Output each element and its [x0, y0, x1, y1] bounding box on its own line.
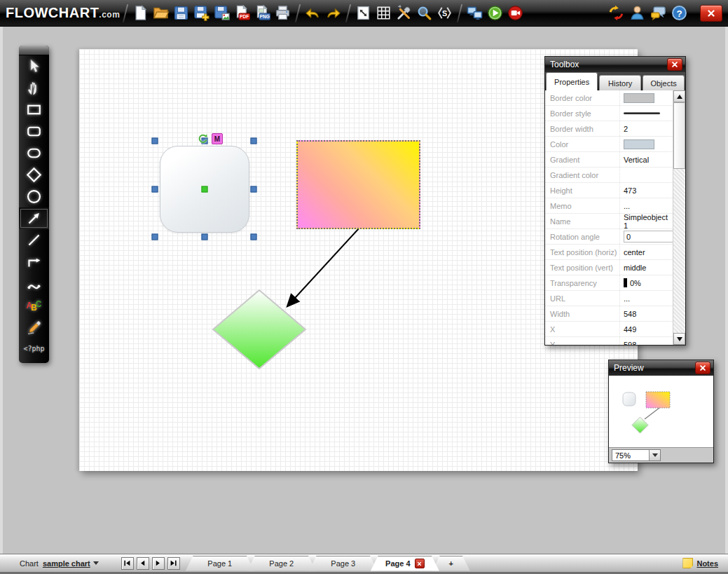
save-icon[interactable] — [172, 4, 191, 22]
property-row-url[interactable]: URL... — [545, 291, 673, 306]
border-style-sample[interactable] — [624, 112, 660, 114]
save-as-icon[interactable] — [192, 4, 211, 22]
property-row-border-color[interactable]: Border color — [545, 90, 673, 106]
diamond-shape[interactable] — [212, 289, 306, 369]
curve-connector-tool[interactable] — [19, 273, 49, 294]
share-monitors-icon[interactable] — [465, 4, 484, 22]
property-value[interactable]: Simpleobject 1 — [619, 214, 673, 228]
text-tool[interactable]: ABC — [19, 294, 49, 316]
play-demo-icon[interactable] — [486, 4, 504, 22]
notes-button[interactable]: Notes — [682, 558, 718, 568]
chat-feedback-icon[interactable] — [649, 4, 668, 22]
rotate-icon[interactable] — [197, 133, 208, 144]
property-value[interactable] — [619, 90, 673, 105]
new-document-icon[interactable] — [131, 4, 150, 22]
next-page-button[interactable] — [152, 557, 165, 570]
property-row-gradient-color[interactable]: Gradient color — [545, 168, 673, 183]
preview-titlebar[interactable]: Preview — [609, 360, 713, 376]
chart-select-dropdown[interactable]: sample chart — [43, 559, 99, 568]
property-value[interactable] — [619, 137, 673, 151]
property-value[interactable]: 0 — [619, 229, 673, 244]
open-folder-icon[interactable] — [151, 4, 170, 22]
property-row-gradient[interactable]: GradientVertical — [545, 152, 673, 168]
property-row-transparency[interactable]: Transparency0% — [545, 275, 673, 291]
terminator-tool[interactable] — [19, 142, 49, 164]
undo-icon[interactable] — [303, 4, 322, 22]
diamond-tool[interactable] — [19, 164, 49, 186]
property-value[interactable] — [619, 106, 673, 121]
pointer-tool[interactable] — [19, 55, 49, 77]
properties-scrollbar[interactable] — [673, 90, 685, 345]
source-code-icon[interactable]: S — [435, 4, 454, 22]
property-row-border-width[interactable]: Border width2 — [545, 121, 673, 137]
property-row-text-position-horiz[interactable]: Text position (horiz)center — [545, 245, 673, 260]
sync-refresh-icon[interactable] — [607, 4, 626, 22]
color-swatch[interactable] — [624, 93, 654, 103]
scroll-down-button[interactable] — [673, 333, 685, 345]
property-value[interactable]: 598 — [619, 337, 673, 345]
tab-objects[interactable]: Objects — [643, 75, 685, 90]
rotation-input[interactable]: 0 — [624, 231, 673, 242]
page-tab-close-icon[interactable] — [415, 559, 425, 568]
print-icon[interactable] — [273, 4, 292, 22]
property-value[interactable]: ... — [619, 291, 673, 306]
resize-canvas-icon[interactable] — [354, 4, 373, 22]
save-image-icon[interactable] — [212, 4, 231, 22]
previous-page-button[interactable] — [137, 557, 149, 570]
property-row-height[interactable]: Height473 — [545, 183, 673, 198]
preview-zoom-select[interactable]: 75% — [612, 449, 661, 461]
grid-icon[interactable] — [374, 4, 393, 22]
property-value[interactable] — [619, 168, 673, 182]
first-page-button[interactable] — [121, 557, 134, 570]
property-value[interactable]: Vertical — [619, 152, 673, 167]
scroll-up-button[interactable] — [673, 90, 685, 102]
last-page-button[interactable] — [167, 557, 180, 570]
scrollbar-thumb[interactable] — [673, 102, 685, 169]
property-row-border-style[interactable]: Border style — [545, 106, 673, 121]
property-value[interactable]: ... — [619, 198, 673, 213]
gradient-rectangle-shape[interactable] — [296, 140, 420, 229]
preview-close-button[interactable] — [695, 362, 710, 374]
property-value[interactable]: 2 — [619, 121, 673, 136]
property-row-width[interactable]: Width548 — [545, 306, 673, 322]
resize-handle-se[interactable] — [251, 234, 257, 240]
record-video-icon[interactable] — [506, 4, 525, 22]
dropdown-caret-icon[interactable] — [649, 450, 660, 460]
property-value[interactable]: 473 — [619, 183, 673, 198]
toolbox-titlebar[interactable]: Toolbox — [545, 57, 685, 72]
circle-tool[interactable] — [19, 186, 49, 207]
zoom-search-icon[interactable] — [415, 4, 434, 22]
freehand-tool[interactable] — [19, 316, 49, 338]
property-value[interactable]: 548 — [619, 306, 673, 321]
settings-tools-icon[interactable] — [394, 4, 413, 22]
resize-handle-nw[interactable] — [152, 138, 158, 144]
property-row-rotation-angle[interactable]: Rotation angle0 — [545, 229, 673, 245]
redo-icon[interactable] — [324, 4, 343, 22]
page-tab-page-3[interactable]: Page 3 — [309, 556, 378, 571]
rectangle-tool[interactable] — [19, 99, 49, 121]
property-value[interactable]: center — [619, 245, 673, 259]
palette-drag-handle[interactable] — [19, 46, 49, 55]
tab-history[interactable]: History — [599, 75, 641, 90]
page-tab-page-1[interactable]: Page 1 — [186, 556, 254, 571]
resize-handle-ne[interactable] — [251, 138, 257, 144]
elbow-connector-tool[interactable] — [19, 251, 49, 273]
property-value[interactable]: 0% — [619, 275, 673, 290]
property-row-name[interactable]: NameSimpleobject 1 — [545, 214, 673, 229]
property-value[interactable]: 449 — [619, 322, 673, 336]
page-tab-page-4[interactable]: Page 4 — [371, 556, 439, 571]
resize-handle-s[interactable] — [201, 234, 207, 240]
arrow-connector-tool[interactable] — [19, 207, 49, 229]
help-icon[interactable]: ? — [670, 4, 689, 22]
memo-badge[interactable]: M — [212, 133, 223, 144]
property-row-color[interactable]: Color — [545, 137, 673, 152]
tab-properties[interactable]: Properties — [546, 72, 598, 90]
line-tool[interactable] — [19, 229, 49, 251]
toolbox-close-button[interactable] — [667, 58, 682, 71]
rounded-rectangle-tool[interactable] — [19, 121, 49, 142]
property-value[interactable]: middle — [619, 260, 673, 275]
rounded-rectangle-shape[interactable] — [160, 146, 249, 233]
page-tab-page-2[interactable]: Page 2 — [247, 556, 316, 571]
resize-handle-w[interactable] — [152, 186, 158, 192]
property-row-text-position-vert[interactable]: Text position (vert)middle — [545, 260, 673, 275]
